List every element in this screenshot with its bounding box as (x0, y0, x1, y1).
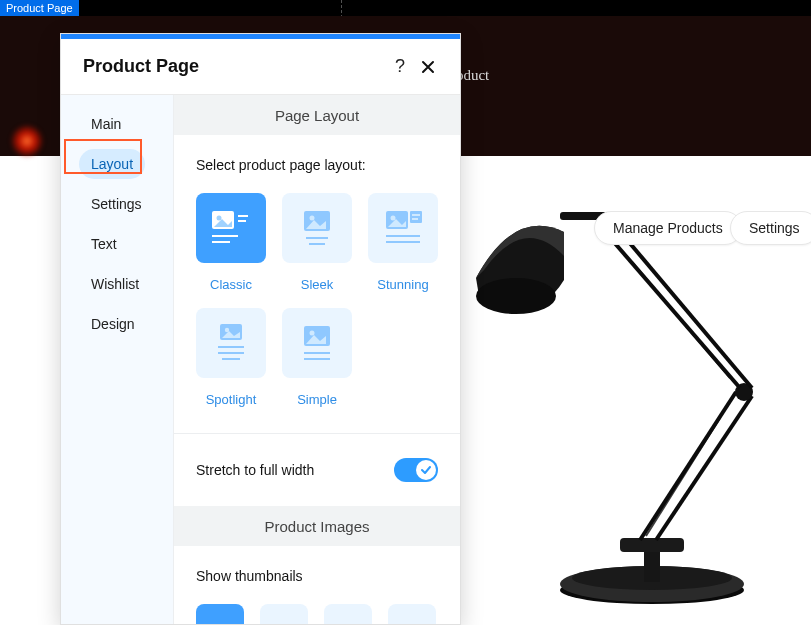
layout-option-classic[interactable]: Classic (196, 193, 266, 292)
svg-rect-35 (218, 352, 244, 354)
layout-prompt: Select product page layout: (196, 157, 438, 173)
stretch-row: Stretch to full width (174, 433, 460, 506)
sidebar-item-text[interactable]: Text (79, 229, 129, 259)
toggle-knob (416, 460, 436, 480)
section-head-page-layout: Page Layout (174, 95, 460, 135)
layout-option-label: Stunning (377, 277, 428, 292)
sidebar-item-settings[interactable]: Settings (79, 189, 154, 219)
panel-content: Page Layout Select product page layout: (173, 95, 460, 624)
stretch-label: Stretch to full width (196, 462, 394, 478)
panel-header: Product Page ? (61, 39, 460, 94)
svg-rect-24 (309, 243, 325, 245)
layout-option-label: Simple (297, 392, 337, 407)
layout-options-grid: Classic (196, 193, 438, 407)
thumbnail-option[interactable] (324, 604, 372, 624)
svg-rect-39 (304, 352, 330, 354)
layout-option-simple[interactable]: Simple (282, 308, 352, 407)
layout-thumb-icon (196, 308, 266, 378)
svg-rect-4 (620, 538, 684, 552)
sidebar-item-layout[interactable]: Layout (79, 149, 145, 179)
thumbnail-options-grid (196, 604, 438, 624)
product-preview-image (472, 192, 792, 612)
svg-point-16 (217, 216, 222, 221)
hero-glow (10, 124, 44, 158)
svg-rect-23 (306, 237, 328, 239)
thumbnail-option[interactable] (388, 604, 436, 624)
selection-tag: Product Page (0, 0, 79, 16)
svg-line-5 (640, 392, 736, 540)
svg-point-26 (391, 216, 396, 221)
thumbnails-prompt: Show thumbnails (196, 568, 438, 584)
editor-top-bar (0, 0, 811, 16)
layout-option-stunning[interactable]: Stunning (368, 193, 438, 292)
layout-thumb-icon (368, 193, 438, 263)
svg-line-11 (632, 262, 730, 378)
svg-line-10 (646, 418, 720, 536)
svg-rect-28 (412, 214, 420, 216)
layout-thumb-icon (282, 308, 352, 378)
svg-rect-17 (238, 215, 248, 217)
svg-rect-27 (410, 211, 422, 223)
stretch-toggle[interactable] (394, 458, 438, 482)
help-icon[interactable]: ? (386, 53, 414, 81)
layout-option-label: Sleek (301, 277, 334, 292)
thumbnail-option[interactable] (260, 604, 308, 624)
sidebar-item-wishlist[interactable]: Wishlist (79, 269, 151, 299)
panel-title: Product Page (83, 56, 386, 77)
svg-line-6 (656, 396, 752, 540)
svg-rect-19 (212, 235, 238, 237)
close-icon[interactable] (414, 53, 442, 81)
svg-point-38 (310, 331, 315, 336)
svg-rect-34 (218, 346, 244, 348)
svg-point-14 (476, 278, 556, 314)
svg-rect-20 (212, 241, 230, 243)
layout-thumb-icon (196, 193, 266, 263)
settings-button[interactable]: Settings (730, 211, 811, 245)
svg-rect-40 (304, 358, 330, 360)
svg-rect-18 (238, 220, 246, 222)
panel-sidebar: Main Layout Settings Text Wishlist Desig… (61, 95, 173, 624)
section-head-product-images: Product Images (174, 506, 460, 546)
sidebar-item-design[interactable]: Design (79, 309, 147, 339)
svg-rect-31 (386, 241, 420, 243)
product-page-settings-panel: Product Page ? Main Layout Settings Text… (60, 33, 461, 625)
layout-thumb-icon (282, 193, 352, 263)
manage-products-button[interactable]: Manage Products (594, 211, 742, 245)
layout-option-label: Spotlight (206, 392, 257, 407)
layout-option-label: Classic (210, 277, 252, 292)
sidebar-item-main[interactable]: Main (79, 109, 133, 139)
layout-option-spotlight[interactable]: Spotlight (196, 308, 266, 407)
layout-option-sleek[interactable]: Sleek (282, 193, 352, 292)
svg-rect-30 (386, 235, 420, 237)
svg-point-22 (310, 216, 315, 221)
svg-line-9 (612, 222, 752, 388)
svg-rect-36 (222, 358, 240, 360)
thumbnail-option[interactable] (196, 604, 244, 624)
svg-rect-29 (412, 218, 418, 220)
